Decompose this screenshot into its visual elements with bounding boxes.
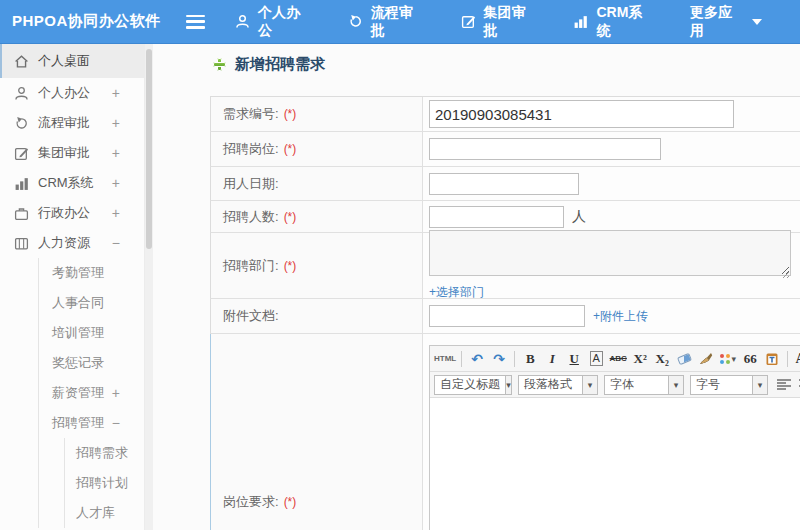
person-icon <box>235 14 250 29</box>
sidebar-item-recruit-demand[interactable]: 招聘需求 <box>0 438 144 468</box>
flow-icon <box>348 14 363 29</box>
form-row-department: 招聘部门: (*) +选择部门 <box>210 233 800 299</box>
position-input[interactable] <box>429 138 661 160</box>
redo-button[interactable]: ↷ <box>489 349 509 369</box>
app-logo: PHPOA协同办公软件 <box>0 12 186 31</box>
edit-icon <box>461 14 476 29</box>
eraser-icon <box>677 352 692 364</box>
expand-icon[interactable]: − <box>112 235 120 251</box>
paste-button[interactable] <box>762 349 782 369</box>
sidebar-label: 人才库 <box>76 504 115 522</box>
sidebar-label: 个人办公 <box>38 84 90 102</box>
caret-down-icon[interactable]: ▾ <box>752 376 767 394</box>
strikethrough-button[interactable]: ABC <box>608 349 628 369</box>
editor-content-area[interactable] <box>430 398 800 530</box>
expand-icon[interactable]: + <box>112 205 120 221</box>
expand-icon[interactable]: + <box>112 385 120 401</box>
sidebar-item-crm[interactable]: CRM系统 + <box>0 168 144 198</box>
font-size-select[interactable]: 字号 ▾ <box>690 375 768 395</box>
top-nav: 个人办公 流程审批 集团审批 CRM系统 更多应用 <box>235 4 800 40</box>
expand-icon[interactable]: + <box>112 145 120 161</box>
sidebar-item-rewards[interactable]: 奖惩记录 <box>0 348 144 378</box>
sidebar-item-hr-contract[interactable]: 人事合同 <box>0 288 144 318</box>
nav-group-approval[interactable]: 集团审批 <box>461 4 536 40</box>
bold-button[interactable]: B <box>520 349 540 369</box>
required-mark: (*) <box>284 107 297 121</box>
nav-crm-system[interactable]: CRM系统 <box>573 4 652 40</box>
sidebar-item-admin-office[interactable]: 行政办公 + <box>0 198 144 228</box>
font-family-select[interactable]: 字体 ▾ <box>604 375 684 395</box>
sidebar-label: 个人桌面 <box>38 52 90 70</box>
field-label: 招聘人数: (*) <box>211 201 423 232</box>
paste-icon <box>765 352 779 366</box>
sidebar-item-recruit-mgmt[interactable]: 招聘管理 − <box>0 408 144 438</box>
italic-button[interactable]: I <box>542 349 562 369</box>
scrollbar-thumb[interactable] <box>146 49 152 249</box>
sidebar-item-recruit-plan[interactable]: 招聘计划 <box>0 468 144 498</box>
expand-icon[interactable]: + <box>112 85 120 101</box>
sidebar-item-training[interactable]: 培训管理 <box>0 318 144 348</box>
sidebar-item-salary[interactable]: 薪资管理 + <box>0 378 144 408</box>
eraser-button[interactable] <box>674 349 694 369</box>
blockquote-button[interactable]: 66 <box>740 349 760 369</box>
nav-process-approval[interactable]: 流程审批 <box>348 4 423 40</box>
expand-icon[interactable]: − <box>112 415 120 431</box>
caret-down-icon[interactable]: ▾ <box>505 376 511 394</box>
align-left-button[interactable] <box>777 379 791 391</box>
recruit-submenu: 招聘需求 招聘计划 人才库 <box>0 438 144 528</box>
heading-select[interactable]: 自定义标题 ▾ <box>434 375 512 395</box>
format-brush-button[interactable] <box>696 349 716 369</box>
sidebar-item-process-approval[interactable]: 流程审批 + <box>0 108 144 138</box>
department-textarea[interactable] <box>429 230 791 276</box>
sidebar-item-personal-desktop[interactable]: 个人桌面 <box>0 44 144 78</box>
html-source-button[interactable]: HTML <box>434 349 456 369</box>
sidebar-label: 行政办公 <box>38 204 90 222</box>
caret-down-icon[interactable]: ▾ <box>668 376 683 394</box>
expand-icon[interactable]: + <box>112 175 120 191</box>
chart-icon <box>573 14 588 29</box>
paragraph-format-select[interactable]: 段落格式 ▾ <box>518 375 598 395</box>
nav-label: CRM系统 <box>596 4 652 40</box>
nav-more-apps[interactable]: 更多应用 <box>690 4 762 40</box>
sidebar-item-talent-pool[interactable]: 人才库 <box>0 498 144 528</box>
flow-icon <box>14 116 29 131</box>
subscript-button[interactable]: X₂ <box>652 349 672 369</box>
nav-personal-office[interactable]: 个人办公 <box>235 4 310 40</box>
recruit-demand-form: 需求编号: (*) 招聘岗位: (*) 用人 <box>210 96 800 530</box>
editor-toolbar-row1: HTML ↶ ↷ B I U A ABC X² <box>430 346 800 372</box>
sidebar-scrollbar[interactable] <box>145 44 153 530</box>
add-plus-icon <box>213 58 226 71</box>
color-palette-button[interactable]: ▾ <box>718 349 738 369</box>
sidebar-item-personal-office[interactable]: 个人办公 + <box>0 78 144 108</box>
nav-label: 个人办公 <box>258 4 310 40</box>
brush-icon <box>699 352 713 365</box>
demand-no-input[interactable] <box>429 100 734 128</box>
headcount-unit: 人 <box>572 208 586 226</box>
superscript-button[interactable]: X² <box>630 349 650 369</box>
form-row-attachment: 附件文档: +附件上传 <box>210 299 800 334</box>
hire-date-input[interactable] <box>429 173 579 195</box>
headcount-input[interactable] <box>429 206 564 228</box>
sidebar-label: 薪资管理 <box>52 384 104 402</box>
hamburger-menu-icon[interactable] <box>186 15 205 29</box>
upload-attachment-link[interactable]: +附件上传 <box>593 308 648 325</box>
required-mark: (*) <box>284 210 297 224</box>
field-label: 招聘部门: (*) <box>211 233 423 298</box>
field-label: 岗位要求: (*) <box>211 334 423 530</box>
font-style-button[interactable]: A <box>586 349 606 369</box>
caret-down-icon[interactable]: ▾ <box>582 376 597 394</box>
sidebar-item-attendance[interactable]: 考勤管理 <box>0 258 144 288</box>
expand-icon[interactable]: + <box>112 115 120 131</box>
underline-button[interactable]: U <box>564 349 584 369</box>
undo-button[interactable]: ↶ <box>467 349 487 369</box>
attachment-input[interactable] <box>429 305 585 327</box>
sidebar-label: 考勤管理 <box>52 264 104 282</box>
editor-toolbar-row2: 自定义标题 ▾ 段落格式 ▾ 字体 ▾ <box>430 372 800 398</box>
sidebar-item-hr[interactable]: 人力资源 − <box>0 228 144 258</box>
form-row-requirements: 岗位要求: (*) HTML ↶ ↷ B I U <box>210 334 800 530</box>
font-color-button[interactable]: A ▾ <box>793 349 800 369</box>
sidebar-label: 培训管理 <box>52 324 104 342</box>
sidebar-item-group-approval[interactable]: 集团审批 + <box>0 138 144 168</box>
required-mark: (*) <box>284 495 297 509</box>
sidebar-label: 招聘管理 <box>52 414 104 432</box>
